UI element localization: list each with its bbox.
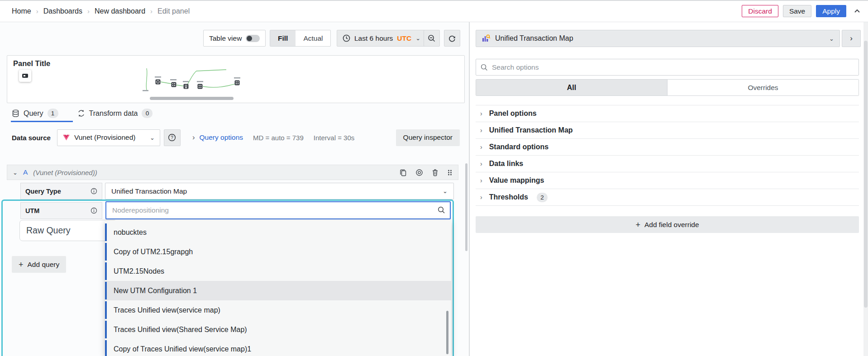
chevron-down-icon: ⌄ — [443, 188, 448, 194]
zoom-out-button[interactable] — [424, 30, 440, 47]
fill-option[interactable]: Fill — [270, 30, 296, 46]
delete-query-icon[interactable] — [432, 169, 439, 176]
breadcrumb-separator: › — [150, 7, 153, 15]
duplicate-query-icon[interactable] — [400, 169, 407, 176]
panel-title: Panel Title — [13, 59, 50, 68]
discard-button[interactable]: Discard — [742, 5, 778, 17]
options-sidebar: Unified Transaction Map ⌄ › All Override… — [469, 22, 868, 356]
tab-transform-data[interactable]: Transform data 0 — [77, 109, 153, 118]
options-section-row[interactable]: › Panel options — [476, 105, 859, 122]
options-section-row[interactable]: › Thresholds 2 — [476, 189, 859, 206]
max-data-points-value: MD = auto = 739 — [253, 134, 304, 142]
panel-preview: Panel Title — [7, 55, 465, 103]
query-options-caret-icon[interactable]: › — [192, 133, 195, 142]
options-search-input[interactable] — [492, 63, 854, 71]
refresh-button[interactable] — [444, 30, 460, 47]
section-label: Data links — [489, 160, 524, 168]
info-icon[interactable] — [91, 207, 97, 214]
editor-tabs: Query 1 Transform data 0 — [12, 109, 153, 118]
options-section-row[interactable]: › Standard options — [476, 139, 859, 156]
query-row-header[interactable]: ⌄ A (Vunet (Provisioned)) — [7, 165, 458, 180]
clock-icon — [343, 34, 350, 42]
toggle-knob — [247, 36, 252, 41]
utm-option-label: Copy of Traces Unified view(service map)… — [114, 345, 251, 353]
chevron-right-icon: › — [480, 143, 482, 151]
top-bar: Home › Dashboards › New dashboard › Edit… — [0, 0, 868, 22]
fill-actual-switch: Fill Actual — [270, 30, 331, 47]
query-options-link[interactable]: Query options — [200, 133, 243, 142]
utm-option-label: Traces Unified view(Shared Service Map) — [114, 326, 247, 334]
breadcrumb-new-dashboard[interactable]: New dashboard — [95, 7, 145, 15]
query-datasource-hint: (Vunet (Provisioned)) — [33, 169, 97, 176]
query-ref-id[interactable]: A — [23, 168, 28, 176]
utm-input-wrap — [105, 201, 451, 219]
edit-panel-page: Home › Dashboards › New dashboard › Edit… — [0, 0, 868, 356]
chevron-down-icon: ⌄ — [150, 135, 155, 141]
breadcrumb-home[interactable]: Home — [12, 7, 31, 15]
collapse-query-icon[interactable]: ⌄ — [13, 169, 18, 176]
datasource-picker[interactable]: Vunet (Provisioned) ⌄ — [57, 129, 160, 146]
section-label: Thresholds — [489, 193, 528, 201]
utm-option[interactable]: Traces Unified view(Shared Service Map) — [105, 320, 451, 339]
time-range-picker[interactable]: Last 6 hours UTC ⌄ — [337, 30, 426, 47]
options-section-row[interactable]: › Unified Transaction Map — [476, 122, 859, 139]
transform-count-badge: 0 — [142, 109, 153, 118]
info-icon[interactable] — [91, 188, 97, 195]
editor-scrollbar[interactable] — [465, 163, 467, 251]
collapse-topbar-icon[interactable] — [854, 8, 861, 15]
tab-query[interactable]: Query 1 — [12, 109, 58, 118]
options-section-row[interactable]: › Data links — [476, 156, 859, 172]
utm-option[interactable]: Copy of Traces Unified view(service map)… — [105, 339, 451, 356]
breadcrumb-dashboards[interactable]: Dashboards — [43, 7, 82, 15]
query-actions — [400, 169, 453, 176]
plus-icon: + — [635, 221, 640, 229]
tab-overrides[interactable]: Overrides — [667, 80, 858, 95]
utm-label-text: UTM — [25, 207, 39, 214]
table-view-toggle[interactable] — [246, 35, 260, 42]
disable-query-icon[interactable] — [415, 169, 423, 176]
utm-option[interactable]: Copy of UTM2.15grapgh — [105, 242, 451, 261]
raw-query-section: Raw Query — [19, 220, 117, 241]
service-map-nodes — [156, 80, 240, 89]
actual-option[interactable]: Actual — [296, 30, 330, 46]
utm-option[interactable]: New UTM Configuration 1 — [105, 281, 451, 300]
save-button[interactable]: Save — [783, 5, 811, 17]
visualization-row: Unified Transaction Map ⌄ › — [476, 30, 861, 47]
utm-search-input[interactable] — [105, 201, 451, 219]
utm-option-label: UTM2.15Nodes — [114, 267, 164, 275]
panel-editor-canvas: Table view Fill Actual Last 6 hours UTC … — [0, 22, 469, 356]
search-icon — [438, 206, 445, 214]
transform-icon — [77, 109, 85, 117]
section-label: Panel options — [489, 109, 537, 118]
utm-option-label: New UTM Configuration 1 — [114, 287, 197, 295]
window-scrollbar-thumb[interactable] — [864, 41, 868, 308]
breadcrumb-edit-panel: Edit panel — [157, 7, 190, 15]
datasource-help-button[interactable]: ? — [164, 129, 181, 146]
options-section-row[interactable]: › Value mappings — [476, 172, 859, 189]
add-query-button[interactable]: + Add query — [12, 256, 66, 273]
chevron-right-icon: › — [480, 127, 482, 134]
utm-option[interactable]: nobucktes — [105, 223, 451, 242]
datasource-row: Data source Vunet (Provisioned) ⌄ ? › Qu… — [12, 129, 460, 146]
map-control-button[interactable] — [19, 70, 31, 82]
query-inspector-button[interactable]: Query inspector — [396, 129, 460, 146]
tab-transform-label: Transform data — [89, 109, 138, 118]
chevron-right-icon: › — [480, 160, 482, 167]
tab-all[interactable]: All — [476, 80, 667, 95]
add-override-label: Add field override — [644, 221, 699, 229]
topbar-actions: Discard Save Apply — [742, 0, 861, 22]
section-label: Value mappings — [489, 176, 544, 185]
section-badge: 2 — [537, 193, 548, 202]
utm-option[interactable]: UTM2.15Nodes — [105, 261, 451, 281]
query-type-select[interactable]: Unified Transaction Map ⌄ — [105, 183, 454, 199]
toggle-options-pane-button[interactable]: › — [842, 30, 861, 47]
visualization-picker[interactable]: Unified Transaction Map ⌄ — [476, 30, 840, 47]
panel-horizontal-scrollbar[interactable] — [150, 97, 234, 100]
utm-option[interactable]: Traces Unified view(service map) — [105, 300, 451, 320]
tab-query-label: Query — [24, 109, 43, 118]
breadcrumb-separator: › — [36, 7, 38, 15]
utm-option-label: Copy of UTM2.15grapgh — [114, 248, 193, 256]
add-field-override-button[interactable]: + Add field override — [476, 216, 859, 233]
apply-button[interactable]: Apply — [816, 5, 846, 17]
drag-handle-icon[interactable] — [447, 169, 453, 176]
